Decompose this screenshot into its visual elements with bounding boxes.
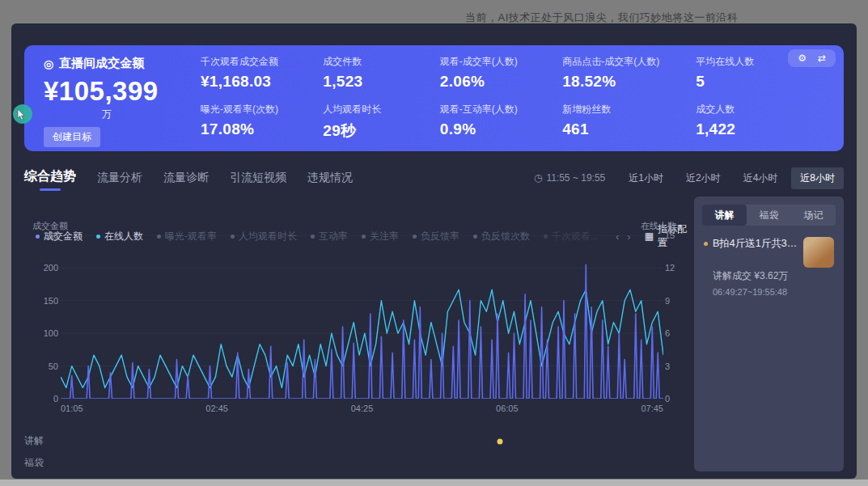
metrics-banner: ◎ 直播间成交金额 ¥105,399 万 创建目标 千次观看成交金额¥1,168… xyxy=(24,45,844,151)
metric-label: 千次观看成交金额 xyxy=(201,55,316,69)
range-button[interactable]: 近2小时 xyxy=(677,167,730,189)
axis-tick: 07:45 xyxy=(641,404,663,413)
metric-label: 观看-互动率(人数) xyxy=(440,103,556,116)
range-button[interactable]: 近1小时 xyxy=(620,167,672,189)
primary-metric: ◎ 直播间成交金额 ¥105,399 万 创建目标 xyxy=(44,56,197,147)
tab-流量诊断[interactable]: 流量诊断 xyxy=(163,171,209,188)
axis-tick: 0 xyxy=(665,393,686,404)
range-button[interactable]: 近4小时 xyxy=(735,167,787,189)
range-buttons: 近1小时近2小时近4小时近8小时 xyxy=(620,167,844,189)
banner-metric: 平均在线人数5 xyxy=(696,55,795,91)
item-title: B拍4斤送1斤共35-4... xyxy=(713,237,798,251)
track-label: 福袋 xyxy=(24,456,61,470)
nav-tabs: 综合趋势流量分析流量诊断引流短视频违规情况 xyxy=(24,168,353,188)
axis-tick: 200 xyxy=(44,262,58,273)
banner-metric: 商品点击-成交率(人数)18.52% xyxy=(562,55,689,91)
banner-metrics-grid: 千次观看成交金额¥1,168.03成交件数1,523观看-成交率(人数)2.06… xyxy=(201,52,795,145)
event-tracks: 讲解福袋 xyxy=(24,430,680,474)
primary-metric-unit: 万 xyxy=(102,108,197,121)
axis-tick: 06:05 xyxy=(496,404,519,413)
metric-label: 商品点击-成交率(人数) xyxy=(562,55,689,69)
tab-流量分析[interactable]: 流量分析 xyxy=(97,171,142,188)
axis-tick: 100 xyxy=(44,328,58,339)
metric-label: 成交件数 xyxy=(323,55,434,69)
create-goal-button[interactable]: 创建目标 xyxy=(44,127,100,147)
right-axis-ticks: 15129630 xyxy=(665,230,686,404)
metric-value: 29秒 xyxy=(323,120,434,142)
left-axis-ticks: 250200150100500 xyxy=(29,230,58,404)
metric-value: 0.9% xyxy=(440,120,556,138)
primary-metric-value: ¥105,399 xyxy=(44,76,197,107)
axis-tick: 150 xyxy=(44,295,58,306)
metric-label: 平均在线人数 xyxy=(696,55,795,69)
metric-value: 461 xyxy=(562,120,689,138)
sidebar-tab-场记[interactable]: 场记 xyxy=(791,205,836,226)
metric-value: ¥1,168.03 xyxy=(201,73,316,91)
axis-tick: 50 xyxy=(49,361,58,372)
axis-tick: 0 xyxy=(53,393,58,404)
axis-tick: 15 xyxy=(665,230,686,241)
item-time-range: 06:49:27~19:55:48 xyxy=(713,287,834,297)
axis-tick: 12 xyxy=(665,262,686,273)
axis-tick: 02:45 xyxy=(205,404,228,413)
tab-综合趋势[interactable]: 综合趋势 xyxy=(24,168,76,188)
axis-tick: 01:05 xyxy=(61,404,83,413)
banner-toolbar: ⚙ ⇄ xyxy=(788,49,836,67)
tab-引流短视频[interactable]: 引流短视频 xyxy=(230,171,286,188)
sidebar-tab-福袋[interactable]: 福袋 xyxy=(747,205,791,226)
track-event-dot[interactable] xyxy=(498,438,503,444)
banner-metric: 成交件数1,523 xyxy=(323,55,434,91)
axis-tick: 9 xyxy=(665,295,686,306)
range-button[interactable]: 近8小时 xyxy=(791,167,844,189)
metric-label: 人均观看时长 xyxy=(323,103,434,116)
chart-plot[interactable] xyxy=(61,235,663,399)
explain-item[interactable]: B拍4斤送1斤共35-4... 讲解成交 ¥3.62万 06:49:27~19:… xyxy=(694,226,844,297)
page-bottom-strip xyxy=(0,480,868,486)
banner-metric: 观看-互动率(人数)0.9% xyxy=(440,103,556,142)
metric-label: 曝光-观看率(次数) xyxy=(201,103,316,116)
axis-tick: 3 xyxy=(665,361,686,372)
banner-metric: 千次观看成交金额¥1,168.03 xyxy=(201,55,316,91)
screen-cursor-widget xyxy=(13,104,32,124)
metric-label: 新增粉丝数 xyxy=(562,103,689,116)
mouse-cursor-icon xyxy=(17,109,27,120)
chart-canvas xyxy=(61,235,663,399)
x-axis-labels: 01:0502:4504:2506:0507:45 xyxy=(61,404,663,413)
track-area[interactable] xyxy=(61,452,680,474)
clock-icon: ◷ xyxy=(534,172,542,184)
track-area[interactable] xyxy=(61,430,680,452)
events-sidebar: 讲解福袋场记 B拍4斤送1斤共35-4... 讲解成交 ¥3.62万 06:49… xyxy=(694,197,844,471)
axis-tick: 6 xyxy=(665,328,686,339)
trend-chart: 成交金额 在线人数 250200150100500 15129630 01:05… xyxy=(24,218,680,424)
gear-icon[interactable]: ⚙ xyxy=(798,53,807,64)
metric-value: 2.06% xyxy=(440,73,556,91)
tab-违规情况[interactable]: 违规情况 xyxy=(307,171,353,188)
sidebar-tabs: 讲解福袋场记 xyxy=(702,205,836,226)
track-row-福袋: 福袋 xyxy=(24,452,680,474)
time-range-label: 11:55 ~ 19:55 xyxy=(546,172,605,184)
metric-label: 成交人数 xyxy=(696,103,795,116)
banner-metric: 人均观看时长29秒 xyxy=(323,103,434,142)
target-icon: ◎ xyxy=(44,57,53,70)
banner-metric: 曝光-观看率(次数)17.08% xyxy=(201,103,316,142)
banner-metric: 成交人数1,422 xyxy=(696,103,795,142)
product-thumbnail xyxy=(803,237,834,268)
metric-label: 观看-成交率(人数) xyxy=(440,55,556,69)
track-label: 讲解 xyxy=(24,434,61,448)
metric-value: 1,523 xyxy=(323,73,434,91)
time-range: ◷ 11:55 ~ 19:55 xyxy=(534,172,605,184)
primary-metric-label: 直播间成交金额 xyxy=(59,56,144,71)
live-dashboard-panel: ◎ 直播间成交金额 ¥105,399 万 创建目标 千次观看成交金额¥1,168… xyxy=(11,23,857,479)
axis-tick: 250 xyxy=(44,230,58,241)
metric-value: 18.52% xyxy=(562,73,689,91)
nav-tabs-row: 综合趋势流量分析流量诊断引流短视频违规情况 ◷ 11:55 ~ 19:55 近1… xyxy=(24,164,844,192)
metric-value: 5 xyxy=(696,73,795,91)
swap-icon[interactable]: ⇄ xyxy=(818,53,826,64)
series-在线人数 xyxy=(61,289,663,387)
time-controls: ◷ 11:55 ~ 19:55 近1小时近2小时近4小时近8小时 xyxy=(534,167,844,189)
banner-metric: 新增粉丝数461 xyxy=(562,103,689,142)
sidebar-tab-讲解[interactable]: 讲解 xyxy=(702,205,747,226)
track-row-讲解: 讲解 xyxy=(24,430,680,452)
metric-value: 1,422 xyxy=(696,120,795,138)
banner-metric: 观看-成交率(人数)2.06% xyxy=(440,55,556,91)
